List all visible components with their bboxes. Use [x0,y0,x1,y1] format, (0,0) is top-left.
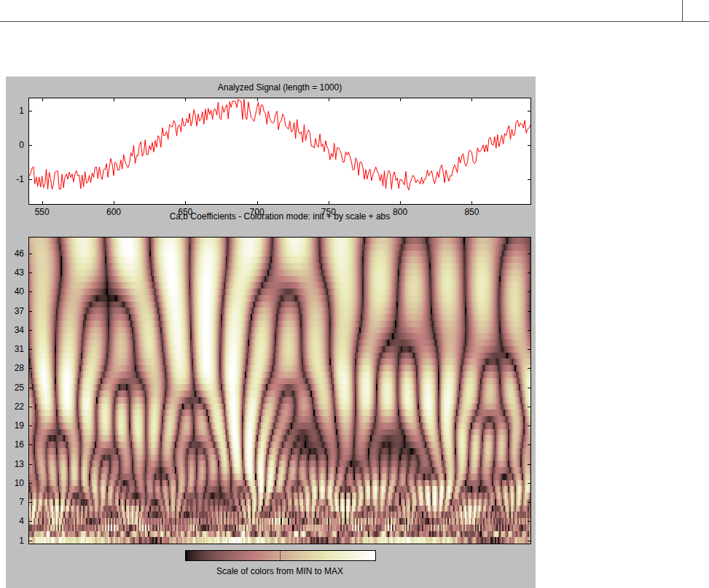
colorbar [185,550,376,561]
coefficients-y-tick-label: 4 [19,516,24,526]
coefficients-y-tick-label: 43 [15,267,24,278]
coefficients-y-tick-label: 19 [15,420,24,431]
coefficients-y-tick-label: 46 [15,248,24,259]
signal-plot-canvas[interactable] [29,98,530,204]
coefficients-y-tick-label: 7 [19,497,24,507]
coefficients-y-tick-label: 16 [15,439,24,450]
coefficients-y-tick-label: 37 [15,306,24,316]
coefficients-y-tick-label: 34 [15,325,24,335]
matlab-figure-panel: Analyzed Signal (length = 1000) 10-1 550… [6,77,536,588]
signal-plot-title: Analyzed Signal (length = 1000) [28,82,531,93]
coefficients-y-axis-labels: 46434037343128252219161310741 [6,238,26,544]
colorbar-center-marker [280,551,281,560]
coefficients-y-tick-label: 1 [19,536,24,546]
signal-y-tick-label: -1 [16,174,24,184]
coefficients-heatmap-canvas[interactable] [29,238,530,544]
top-frame-corner-line [682,0,683,21]
coefficients-y-tick-label: 28 [15,363,24,373]
coefficients-y-tick-label: 40 [15,286,24,297]
signal-plot-axes [28,98,531,205]
signal-y-axis-labels: 10-1 [6,98,26,204]
coefficients-y-tick-label: 10 [15,478,24,488]
signal-y-tick-label: 1 [19,106,24,116]
coefficients-plot-title: Ca,b Coefficients - Coloration mode: ini… [28,211,531,222]
coefficients-y-tick-label: 13 [15,459,24,469]
page: Analyzed Signal (length = 1000) 10-1 550… [0,0,709,588]
coefficients-plot-axes [28,237,531,544]
coefficients-y-tick-label: 31 [15,344,24,354]
top-frame-line [0,21,709,22]
signal-y-tick-label: 0 [19,140,24,150]
coefficients-y-tick-label: 25 [15,383,24,393]
colorbar-caption: Scale of colors from MIN to MAX [28,566,531,576]
coefficients-y-tick-label: 22 [15,401,24,412]
